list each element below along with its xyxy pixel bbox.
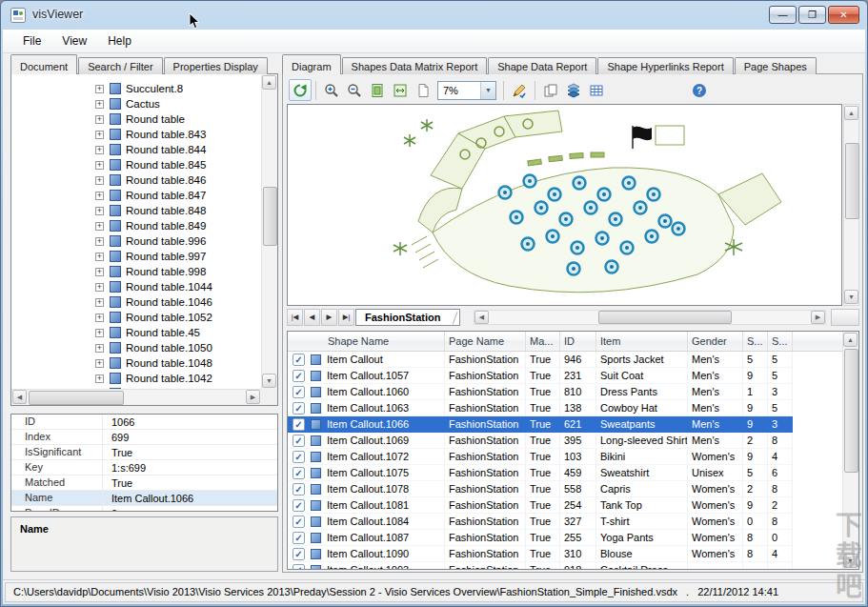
menu-help[interactable]: Help [97, 31, 142, 51]
tab-search-filter[interactable]: Search / Filter [78, 57, 162, 74]
scroll-up-icon[interactable]: ▲ [843, 333, 858, 347]
row-checkbox[interactable]: ✓ [293, 386, 305, 398]
column-header-3[interactable]: ID [560, 332, 596, 351]
row-checkbox[interactable]: ✓ [293, 564, 305, 570]
tree-item[interactable]: +Round table.846 [11, 172, 261, 188]
tree-expander-icon[interactable]: + [95, 374, 104, 383]
table-row[interactable]: ✓Item Callout.1081FashionStationTrue254T… [288, 497, 842, 514]
tree-expander-icon[interactable]: + [95, 192, 104, 200]
tree-item[interactable]: +Round table.843 [11, 127, 261, 142]
help-button[interactable]: ? [688, 79, 711, 101]
diagram-canvas[interactable] [287, 104, 842, 306]
tree-item[interactable]: +Round table.845 [11, 157, 261, 172]
scrollbar-thumb[interactable] [845, 143, 859, 219]
tree-item[interactable]: +Round table.997 [11, 249, 261, 264]
tree-item[interactable]: +Round table [11, 111, 261, 127]
tree-vertical-scrollbar[interactable]: ▲ ▼ [261, 74, 277, 389]
scroll-left-icon[interactable]: ◀ [474, 311, 489, 324]
layers-button[interactable] [562, 79, 585, 101]
grid-vertical-scrollbar[interactable]: ▲ ▼ [842, 332, 858, 569]
tab-shape-hyperlinks-report[interactable]: Shape Hyperlinks Report [597, 57, 733, 74]
table-row[interactable]: ✓Item Callout.1093FashionStationTrue918C… [288, 562, 842, 569]
scrollbar-thumb[interactable] [844, 349, 858, 473]
row-checkbox[interactable]: ✓ [293, 532, 305, 544]
table-row[interactable]: ✓Item Callout.1063FashionStationTrue138C… [288, 400, 842, 416]
scrollbar-thumb[interactable] [263, 187, 277, 246]
tree-expander-icon[interactable]: + [95, 314, 104, 322]
menu-file[interactable]: File [12, 31, 51, 51]
property-row[interactable]: ID1066 [11, 415, 277, 430]
tab-shape-data-report[interactable]: Shape Data Report [488, 57, 596, 74]
tree-expander-icon[interactable]: + [95, 268, 104, 276]
tree-expander-icon[interactable]: + [95, 344, 104, 353]
tree-expander-icon[interactable]: + [95, 283, 104, 292]
property-row[interactable]: MatchedTrue [11, 475, 277, 491]
tree-expander-icon[interactable]: + [95, 85, 104, 93]
row-checkbox[interactable]: ✓ [293, 516, 305, 528]
column-header-5[interactable]: Gender [688, 332, 743, 351]
zoom-out-button[interactable] [343, 79, 366, 101]
property-row[interactable]: PageID0 [11, 506, 277, 512]
page-tab[interactable]: FashionStation [355, 309, 460, 326]
tree-expander-icon[interactable]: + [95, 146, 104, 154]
refresh-diagram-button[interactable] [289, 79, 312, 101]
tree-expander-icon[interactable]: + [95, 329, 104, 337]
copy-page-button[interactable] [539, 79, 562, 101]
tab-document[interactable]: Document [10, 54, 77, 74]
tab-shapes-data-matrix-report[interactable]: Shapes Data Matrix Report [342, 57, 488, 74]
tree-item[interactable]: +Round table.847 [11, 188, 261, 203]
property-row[interactable]: Index699 [11, 430, 277, 445]
tree-item[interactable]: +Round table.45 [11, 325, 261, 340]
tree-item[interactable]: +Round table.998 [11, 264, 261, 279]
scroll-left-icon[interactable]: ◀ [12, 390, 27, 404]
scroll-down-icon[interactable]: ▼ [262, 374, 276, 388]
table-row[interactable]: ✓Item Callout.1069FashionStationTrue395L… [288, 433, 842, 449]
row-checkbox[interactable]: ✓ [293, 499, 305, 512]
tree-expander-icon[interactable]: + [95, 207, 104, 215]
titlebar[interactable]: visViewer —❐✕ [1, 1, 867, 30]
prev-page-button[interactable]: ◀ [304, 309, 320, 326]
table-row[interactable]: ✓Item Callout.1066FashionStationTrue621S… [288, 416, 842, 433]
next-page-button[interactable]: ▶ [321, 309, 337, 326]
row-checkbox[interactable]: ✓ [293, 451, 305, 463]
tree-expander-icon[interactable]: + [95, 176, 104, 185]
tree-item[interactable]: +Round table.849 [11, 218, 261, 233]
column-header-1[interactable]: Page Name [445, 332, 526, 351]
scroll-down-icon[interactable]: ▼ [843, 554, 858, 568]
first-page-button[interactable]: |◀ [287, 309, 303, 326]
menu-view[interactable]: View [51, 31, 97, 51]
tree-expander-icon[interactable]: + [95, 161, 104, 170]
table-row[interactable]: ✓Item Callout.1087FashionStationTrue255Y… [288, 530, 842, 546]
minimize-button[interactable]: — [769, 6, 797, 24]
tree-item[interactable]: +Round table.1042 [11, 371, 261, 386]
tree-expander-icon[interactable]: + [95, 100, 104, 109]
diagram-vertical-scrollbar[interactable]: ▲ ▼ [843, 104, 859, 306]
table-row[interactable]: ✓Item Callout.1075FashionStationTrue459S… [288, 465, 842, 481]
close-button[interactable]: ✕ [828, 6, 859, 24]
column-header-2[interactable]: Ma... [526, 332, 560, 351]
table-row[interactable]: ✓Item CalloutFashionStationTrue946Sports… [288, 352, 842, 368]
scroll-down-icon[interactable]: ▼ [844, 290, 858, 304]
tree-expander-icon[interactable]: + [95, 222, 104, 231]
tree-item[interactable]: +Round table.848 [11, 203, 261, 218]
table-row[interactable]: ✓Item Callout.1090FashionStationTrue310B… [288, 546, 842, 562]
zoom-combobox[interactable]: 7% ▼ [437, 81, 496, 100]
table-row[interactable]: ✓Item Callout.1072FashionStationTrue103B… [288, 449, 842, 465]
last-page-button[interactable]: ▶| [338, 309, 354, 326]
actual-size-button[interactable] [412, 79, 434, 101]
property-row[interactable]: NameItem Callout.1066 [11, 491, 277, 506]
table-row[interactable]: ✓Item Callout.1084FashionStationTrue327T… [288, 514, 842, 530]
column-header-4[interactable]: Item [596, 332, 688, 351]
tree-item[interactable]: +Round table.1046 [11, 294, 261, 310]
tree-item[interactable]: +Cactus [11, 96, 261, 111]
scroll-right-icon[interactable]: ▶ [246, 390, 260, 404]
row-checkbox[interactable]: ✓ [293, 548, 305, 560]
tab-properties-display[interactable]: Properties Display [164, 57, 268, 74]
fit-width-button[interactable] [389, 79, 412, 101]
tab-page-shapes[interactable]: Page Shapes [735, 57, 817, 74]
column-header-7[interactable]: S... [768, 332, 793, 351]
tree-item[interactable]: +Round table.996 [11, 233, 261, 249]
maximize-button[interactable]: ❐ [798, 6, 826, 24]
row-checkbox[interactable]: ✓ [293, 483, 305, 496]
table-row[interactable]: ✓Item Callout.1060FashionStationTrue810D… [288, 384, 842, 400]
